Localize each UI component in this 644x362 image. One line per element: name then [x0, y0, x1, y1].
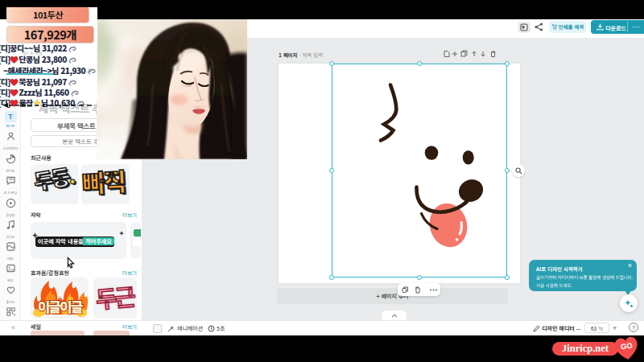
svg-text:이글이글: 이글이글	[38, 296, 84, 316]
svg-text:GO: GO	[620, 340, 633, 351]
